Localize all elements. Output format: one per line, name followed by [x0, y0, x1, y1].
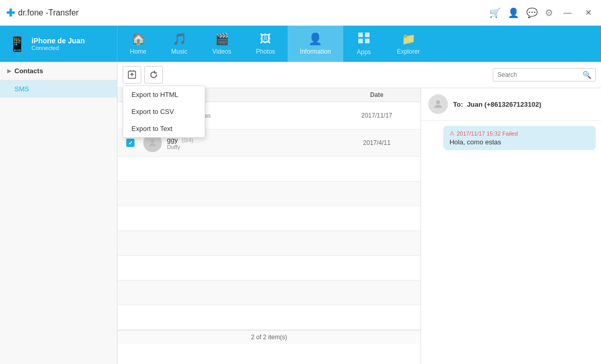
nav-item-music[interactable]: 🎵 Music [159, 26, 200, 62]
empty-row [118, 206, 421, 231]
toolbar: Export to HTML Export to CSV Export to T… [118, 62, 601, 88]
photos-icon: 🖼 [260, 32, 271, 46]
main-content: ▶ Contacts SMS [0, 62, 601, 364]
device-status: Connected [31, 45, 85, 51]
svg-point-6 [151, 139, 155, 143]
nav-item-photos[interactable]: 🖼 Photos [244, 26, 288, 62]
device-info: iPhone de Juan Connected [31, 37, 85, 51]
svg-point-7 [436, 101, 440, 104]
navbar: 📱 iPhone de Juan Connected 🏠 Home 🎵 Musi… [0, 26, 601, 62]
user-icon[interactable]: 👤 [508, 7, 519, 19]
close-button[interactable]: ✕ [582, 7, 595, 19]
nav-label-explorer: Explorer [397, 48, 420, 55]
titlebar-right: 🛒 👤 💬 ⚙ — ✕ [489, 7, 595, 19]
nav-items: 🏠 Home 🎵 Music 🎬 Videos 🖼 Photos 👤 Infor… [118, 26, 601, 62]
sidebar: ▶ Contacts SMS [0, 62, 118, 364]
empty-row [118, 157, 421, 181]
search-box[interactable]: 🔍 [493, 68, 596, 81]
device-icon: 📱 [8, 36, 26, 53]
sidebar-section-contacts[interactable]: ▶ Contacts [0, 62, 117, 80]
row-info-2: ggy (0/4) Duffy [162, 136, 338, 150]
message-bubble: ⚠ 2017/11/17 15:32 Failed Hola, como est… [443, 126, 596, 150]
svg-rect-2 [358, 39, 363, 43]
sidebar-section-label: Contacts [14, 67, 43, 75]
music-icon: 🎵 [173, 32, 187, 46]
feedback-icon[interactable]: 💬 [526, 7, 538, 19]
empty-row [118, 256, 421, 280]
search-icon: 🔍 [582, 71, 591, 79]
message-timestamp: 2017/11/17 15:32 Failed [457, 130, 518, 137]
app-name: dr.fone -Transfer [18, 8, 79, 18]
nav-item-explorer[interactable]: 📁 Explorer [385, 26, 432, 62]
message-avatar [428, 94, 448, 114]
videos-icon: 🎬 [215, 32, 229, 46]
message-panel: To: Juan (+8613267123102) ⚠ 2017/11/17 1… [421, 88, 601, 364]
information-icon: 👤 [308, 32, 322, 46]
svg-rect-0 [358, 32, 363, 37]
nav-label-videos: Videos [212, 48, 231, 55]
right-panel: Export to HTML Export to CSV Export to T… [118, 62, 601, 364]
date-col-header: Date [338, 91, 421, 98]
row-preview-2: Duffy [167, 144, 322, 150]
cart-icon[interactable]: 🛒 [489, 7, 500, 19]
sidebar-item-label: SMS [14, 85, 29, 93]
app-logo: ✚ [6, 7, 15, 19]
row-date-1: 2017/11/17 [338, 112, 421, 119]
nav-label-apps: Apps [357, 48, 371, 56]
sidebar-item-sms[interactable]: SMS [0, 80, 117, 98]
nav-item-apps[interactable]: Apps [343, 26, 385, 62]
message-meta: ⚠ 2017/11/17 15:32 Failed [449, 130, 590, 137]
export-csv-option[interactable]: Export to CSV [123, 103, 205, 120]
message-to: To: Juan (+8613267123102) [453, 101, 541, 108]
search-input[interactable] [497, 71, 582, 78]
chevron-right-icon: ▶ [7, 68, 11, 74]
row-checkbox-2[interactable] [118, 139, 143, 147]
nav-label-photos: Photos [256, 48, 275, 55]
item-count: 2 of 2 item(s) [251, 334, 287, 341]
empty-row [118, 231, 421, 256]
settings-icon[interactable]: ⚙ [545, 7, 553, 19]
message-header: To: Juan (+8613267123102) [421, 88, 601, 121]
device-panel: 📱 iPhone de Juan Connected [0, 26, 118, 62]
device-name: iPhone de Juan [31, 37, 85, 45]
home-icon: 🏠 [131, 32, 145, 46]
export-html-option[interactable]: Export to HTML [123, 86, 205, 103]
to-label: To: [453, 101, 463, 108]
nav-label-home: Home [130, 48, 146, 55]
export-button[interactable] [123, 66, 141, 84]
export-dropdown: Export to HTML Export to CSV Export to T… [123, 86, 205, 138]
nav-item-information[interactable]: 👤 Information [288, 26, 343, 62]
nav-label-information: Information [300, 48, 331, 55]
apps-icon [358, 32, 370, 46]
titlebar: ✚ dr.fone -Transfer 🛒 👤 💬 ⚙ — ✕ [0, 0, 601, 26]
row-date-2: 2017/4/11 [338, 139, 421, 146]
refresh-button[interactable] [144, 66, 163, 84]
svg-rect-1 [365, 32, 370, 37]
checkbox-2[interactable] [126, 139, 135, 147]
export-text-option[interactable]: Export to Text [123, 120, 205, 137]
svg-rect-3 [365, 39, 370, 43]
empty-row [118, 280, 421, 305]
minimize-button[interactable]: — [560, 7, 575, 19]
nav-item-videos[interactable]: 🎬 Videos [200, 26, 243, 62]
message-text: Hola, como estas [449, 138, 590, 146]
to-contact: Juan (+8613267123102) [467, 101, 541, 108]
titlebar-left: ✚ dr.fone -Transfer [6, 7, 79, 19]
nav-item-home[interactable]: 🏠 Home [118, 26, 159, 62]
explorer-icon: 📁 [402, 32, 415, 46]
empty-row [118, 181, 421, 206]
message-body: ⚠ 2017/11/17 15:32 Failed Hola, como est… [421, 121, 601, 364]
nav-label-music: Music [171, 48, 187, 55]
error-icon: ⚠ [449, 130, 455, 137]
table-footer: 2 of 2 item(s) [118, 330, 421, 344]
empty-row [118, 305, 421, 330]
